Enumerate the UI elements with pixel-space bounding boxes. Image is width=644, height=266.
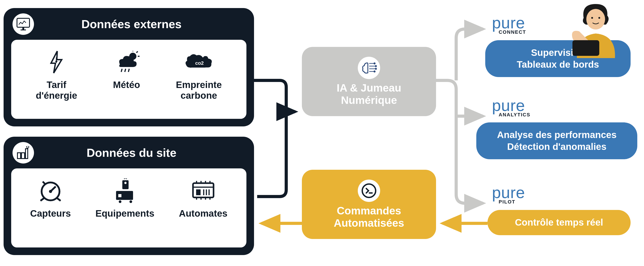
lightning-icon [49, 49, 64, 75]
plc-icon [190, 177, 217, 204]
svg-point-55 [586, 9, 605, 29]
svg-point-58 [598, 17, 600, 19]
svg-point-30 [130, 200, 132, 203]
svg-rect-33 [196, 189, 200, 195]
ai-twin-label: IA & JumeauNumérique [337, 82, 402, 106]
person-illustration [564, 0, 635, 58]
sensor-icon [38, 177, 63, 204]
svg-line-12 [125, 69, 126, 72]
svg-line-13 [128, 69, 129, 72]
svg-point-57 [591, 17, 593, 19]
brand-analytics: pure ANALYTICS [492, 98, 530, 118]
item-equipements: Equipements [96, 177, 154, 219]
item-label: Tarifd'énergie [36, 79, 77, 101]
external-data-card: Données externes Tarifd'énergie Météo co… [4, 8, 254, 126]
brand-sub: ANALYTICS [499, 112, 530, 118]
item-tarif: Tarifd'énergie [36, 49, 77, 101]
svg-point-29 [119, 200, 122, 203]
svg-rect-16 [22, 153, 24, 159]
pill-line1: Contrôle temps réel [515, 217, 603, 229]
item-label: Capteurs [30, 208, 71, 219]
item-label: Equipements [96, 208, 154, 219]
svg-point-52 [374, 71, 375, 72]
brand-sub: PILOT [499, 199, 516, 205]
pill-line2: Tableaux de bords [517, 59, 599, 71]
svg-point-51 [375, 68, 376, 69]
item-carbone: co2 Empreintecarbone [176, 49, 222, 101]
brand-logo: pure [492, 185, 525, 200]
brain-icon [358, 57, 380, 79]
item-automates: Automates [179, 177, 228, 219]
svg-point-18 [26, 146, 29, 148]
site-title: Données du site [39, 146, 245, 159]
brand-logo: pure [492, 98, 525, 113]
svg-rect-17 [26, 149, 28, 159]
svg-point-21 [49, 190, 52, 193]
svg-line-11 [121, 69, 122, 72]
ai-twin-block: IA & JumeauNumérique [302, 47, 436, 116]
svg-line-10 [136, 51, 138, 53]
svg-rect-15 [18, 153, 20, 159]
item-label: Automates [179, 208, 228, 219]
brand-pilot: pure PILOT [492, 185, 525, 205]
pill-pilot: Contrôle temps réel [488, 210, 630, 235]
commands-label: CommandesAutomatisées [334, 205, 404, 229]
pill-line1: Analyse des performances [497, 129, 617, 141]
svg-rect-6 [20, 29, 26, 30]
brand-connect: pure CONNECT [492, 16, 526, 35]
item-capteurs: Capteurs [30, 177, 71, 219]
terminal-icon [358, 180, 380, 202]
svg-rect-5 [22, 28, 24, 29]
factory-icon [12, 142, 34, 164]
site-data-card: Données du site Capteurs Equipements Aut… [4, 137, 254, 255]
external-header: Données externes [4, 8, 254, 40]
svg-point-50 [375, 65, 376, 67]
svg-point-49 [374, 63, 375, 64]
pill-line2: Détection d'anomalies [507, 141, 606, 153]
item-label: Météo [113, 79, 140, 90]
svg-line-24 [43, 182, 46, 185]
brand-sub: CONNECT [499, 29, 526, 35]
site-body: Capteurs Equipements Automates [8, 165, 250, 251]
svg-text:co2: co2 [195, 60, 204, 66]
commands-block: CommandesAutomatisées [302, 170, 436, 239]
svg-rect-56 [572, 40, 599, 56]
svg-rect-28 [118, 194, 122, 197]
pill-analytics: Analyse des performances Détection d'ano… [476, 122, 637, 159]
co2-icon: co2 [183, 49, 214, 75]
weather-icon [113, 49, 140, 75]
svg-line-23 [57, 198, 60, 201]
dashboard-icon [12, 13, 34, 35]
item-meteo: Météo [113, 49, 140, 90]
equipment-icon [112, 177, 138, 204]
svg-rect-25 [122, 180, 128, 189]
external-title: Données externes [39, 17, 245, 31]
site-header: Données du site [4, 137, 254, 169]
svg-line-22 [40, 198, 44, 201]
brand-logo: pure [492, 16, 525, 30]
item-label: Empreintecarbone [176, 79, 222, 101]
svg-point-26 [124, 182, 126, 184]
external-body: Tarifd'énergie Météo co2 Empreintecarbon… [8, 37, 250, 122]
